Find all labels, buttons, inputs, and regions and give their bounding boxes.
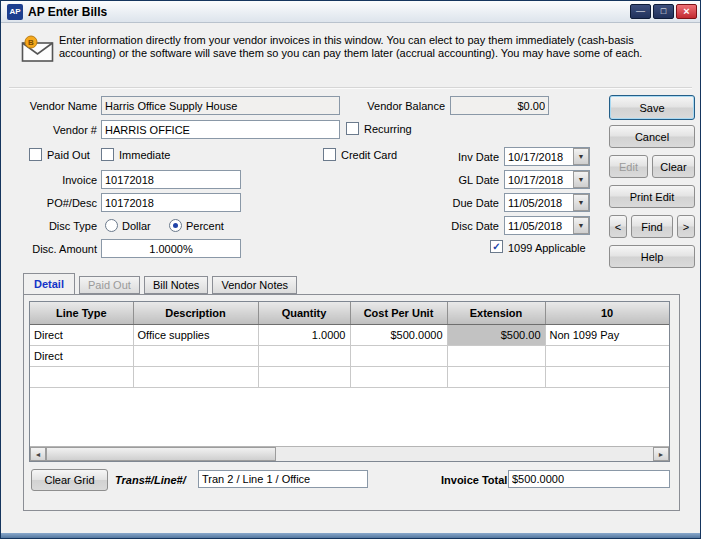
clear-grid-button[interactable]: Clear Grid bbox=[31, 469, 108, 491]
immediate-checkbox[interactable] bbox=[101, 148, 114, 161]
vendor-balance-field bbox=[450, 96, 549, 115]
grid-cell[interactable] bbox=[350, 366, 447, 387]
close-button[interactable]: × bbox=[676, 4, 697, 19]
invoice-total-label: Invoice Total bbox=[441, 474, 507, 486]
save-button[interactable]: Save bbox=[609, 95, 695, 120]
disc-type-label: Disc Type bbox=[11, 220, 97, 232]
grid-cell[interactable]: $500.0000 bbox=[350, 324, 447, 345]
close-icon: × bbox=[683, 5, 689, 17]
tab-paid-out: Paid Out bbox=[79, 276, 140, 294]
1099-applicable-label: 1099 Applicable bbox=[508, 242, 586, 254]
invoice-field[interactable] bbox=[101, 170, 241, 189]
recurring-checkbox[interactable] bbox=[346, 122, 359, 135]
vendor-name-label: Vendor Name bbox=[11, 100, 97, 112]
vendor-number-label: Vendor # bbox=[11, 124, 97, 136]
check-icon: ✓ bbox=[492, 241, 500, 252]
chevron-down-icon[interactable]: ▼ bbox=[573, 171, 589, 188]
disc-date-label: Disc Date bbox=[429, 220, 499, 232]
maximize-icon: □ bbox=[661, 6, 666, 16]
grid-cell[interactable] bbox=[447, 345, 545, 366]
grid-cell[interactable] bbox=[545, 345, 669, 366]
grid-row bbox=[30, 366, 669, 387]
scrollbar-thumb[interactable] bbox=[46, 447, 276, 461]
find-previous-button[interactable]: < bbox=[609, 215, 627, 238]
tab-vendor-notes[interactable]: Vendor Notes bbox=[212, 276, 297, 294]
dollar-radio-label: Dollar bbox=[122, 220, 151, 232]
grid-column-header[interactable]: 10 bbox=[545, 302, 669, 324]
grid-header-row: Line Type Description Quantity Cost Per … bbox=[30, 302, 669, 324]
grid-cell[interactable]: Direct bbox=[30, 324, 133, 345]
grid-column-header[interactable]: Cost Per Unit bbox=[350, 302, 447, 324]
paid-out-label: Paid Out bbox=[47, 149, 90, 161]
grid-horizontal-scrollbar[interactable]: ◄ ► bbox=[30, 446, 669, 461]
trans-line-label: Trans#/Line#/ bbox=[115, 474, 186, 486]
clear-button[interactable]: Clear bbox=[652, 155, 695, 178]
inv-date-combo[interactable]: ▼ bbox=[504, 147, 590, 166]
svg-text:B: B bbox=[28, 38, 34, 47]
print-edit-button[interactable]: Print Edit bbox=[609, 185, 695, 208]
grid-cell[interactable] bbox=[350, 345, 447, 366]
due-date-combo[interactable]: ▼ bbox=[504, 193, 590, 212]
vendor-balance-label: Vendor Balance bbox=[357, 100, 445, 112]
tab-bill-notes[interactable]: Bill Notes bbox=[144, 276, 208, 294]
po-desc-label: PO#/Desc bbox=[11, 197, 97, 209]
minimize-button[interactable]: — bbox=[630, 4, 651, 19]
gl-date-label: GL Date bbox=[429, 174, 499, 186]
grid-cell[interactable] bbox=[133, 366, 258, 387]
line-items-table: Line Type Description Quantity Cost Per … bbox=[30, 302, 670, 388]
grid-column-header[interactable]: Line Type bbox=[30, 302, 133, 324]
due-date-label: Due Date bbox=[429, 197, 499, 209]
disc-amount-field[interactable] bbox=[101, 239, 241, 258]
percent-radio-label: Percent bbox=[186, 220, 224, 232]
grid-column-header[interactable]: Description bbox=[133, 302, 258, 324]
credit-card-checkbox[interactable] bbox=[323, 148, 336, 161]
grid-cell[interactable] bbox=[30, 366, 133, 387]
grid-cell[interactable] bbox=[133, 345, 258, 366]
scroll-right-icon[interactable]: ► bbox=[653, 447, 669, 461]
po-desc-field[interactable] bbox=[101, 193, 241, 212]
grid-cell[interactable] bbox=[258, 345, 350, 366]
invoice-total-field[interactable] bbox=[508, 470, 670, 488]
disc-date-combo[interactable]: ▼ bbox=[504, 216, 590, 235]
ap-enter-bills-window: AP AP Enter Bills — □ × B Enter informat… bbox=[0, 0, 701, 539]
chevron-down-icon[interactable]: ▼ bbox=[573, 194, 589, 211]
vendor-number-field[interactable] bbox=[101, 120, 340, 139]
grid-column-header[interactable]: Quantity bbox=[258, 302, 350, 324]
title-bar: AP AP Enter Bills — □ × bbox=[1, 1, 700, 23]
tab-detail[interactable]: Detail bbox=[23, 273, 75, 294]
grid-column-header[interactable]: Extension bbox=[447, 302, 545, 324]
disc-amount-label: Disc. Amount bbox=[11, 243, 97, 255]
percent-radio[interactable] bbox=[169, 219, 182, 232]
1099-applicable-checkbox[interactable]: ✓ bbox=[490, 240, 503, 253]
chevron-down-icon[interactable]: ▼ bbox=[573, 148, 589, 165]
grid-cell-selected[interactable]: $500.00 bbox=[447, 324, 545, 345]
credit-card-label: Credit Card bbox=[341, 149, 397, 161]
grid-cell[interactable]: Office supplies bbox=[133, 324, 258, 345]
grid-cell[interactable]: 1.0000 bbox=[258, 324, 350, 345]
edit-button: Edit bbox=[609, 155, 648, 178]
grid-cell[interactable]: Direct bbox=[30, 345, 133, 366]
info-text: Enter information directly from your ven… bbox=[59, 34, 677, 60]
grid-cell[interactable] bbox=[545, 366, 669, 387]
scroll-left-icon[interactable]: ◄ bbox=[30, 447, 46, 461]
find-button[interactable]: Find bbox=[631, 215, 673, 238]
grid-cell[interactable] bbox=[258, 366, 350, 387]
grid-cell[interactable]: Non 1099 Pay bbox=[545, 324, 669, 345]
vendor-name-field[interactable] bbox=[101, 96, 340, 115]
gl-date-combo[interactable]: ▼ bbox=[504, 170, 590, 189]
find-next-button[interactable]: > bbox=[677, 215, 695, 238]
maximize-button[interactable]: □ bbox=[653, 4, 674, 19]
line-items-grid: Line Type Description Quantity Cost Per … bbox=[29, 301, 670, 462]
window-border bbox=[1, 533, 700, 538]
app-icon: AP bbox=[7, 4, 23, 20]
trans-line-field[interactable] bbox=[198, 470, 368, 488]
chevron-down-icon[interactable]: ▼ bbox=[573, 217, 589, 234]
window-title: AP Enter Bills bbox=[28, 5, 107, 19]
help-button[interactable]: Help bbox=[609, 245, 695, 268]
separator bbox=[9, 87, 692, 89]
paid-out-checkbox[interactable] bbox=[29, 148, 42, 161]
cancel-button[interactable]: Cancel bbox=[609, 125, 695, 148]
dollar-radio[interactable] bbox=[105, 219, 118, 232]
minimize-icon: — bbox=[636, 6, 645, 16]
grid-cell[interactable] bbox=[447, 366, 545, 387]
